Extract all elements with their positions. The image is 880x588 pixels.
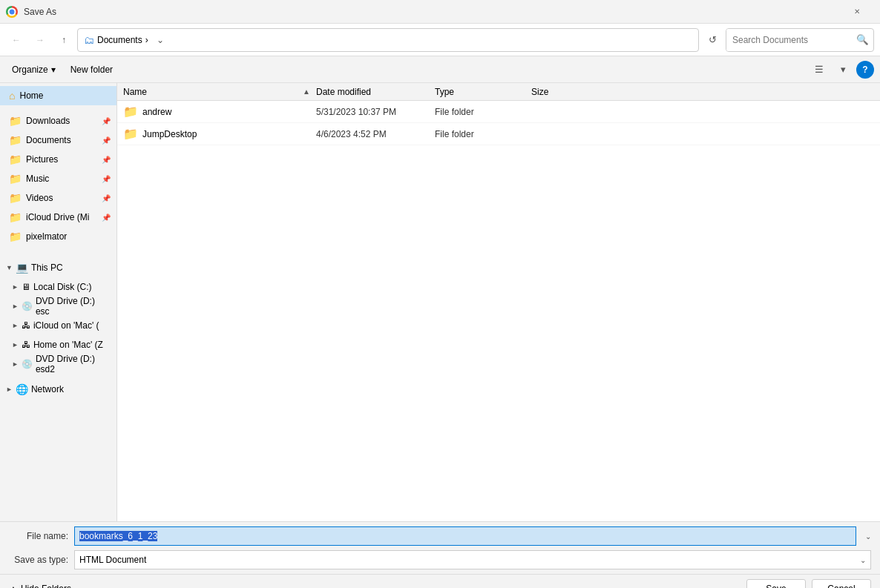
addressbar: ← → ↑ 🗂 Documents › ⌄ ↺ 🔍 bbox=[0, 24, 880, 56]
saveastype-label: Save as type: bbox=[9, 555, 68, 565]
table-row[interactable]: 📁 andrew 5/31/2023 10:37 PM File folder bbox=[117, 101, 880, 123]
hide-folders-button[interactable]: ▲ Hide Folders bbox=[9, 584, 71, 588]
dvd2-expand-icon: ► bbox=[12, 360, 19, 368]
sidebar-icloud-mac[interactable]: ► 🖧 iCloud on 'Mac' ( bbox=[6, 316, 116, 335]
search-box: 🔍 bbox=[726, 28, 874, 52]
sidebar-item-icloud[interactable]: 📁 iCloud Drive (Mi 📌 bbox=[0, 208, 116, 227]
save-button[interactable]: Save bbox=[746, 579, 806, 588]
new-folder-button[interactable]: New folder bbox=[65, 62, 119, 78]
sort-arrow-icon: ▲ bbox=[303, 87, 310, 96]
sidebar-divider-4 bbox=[0, 374, 116, 380]
thispc-icon: 💻 bbox=[16, 262, 28, 274]
sidebar-icloud-label: iCloud Drive (Mi bbox=[26, 212, 89, 222]
pin-icon-6: 📌 bbox=[102, 214, 111, 222]
up-button[interactable]: ↑ bbox=[53, 30, 74, 50]
sidebar-item-music[interactable]: 📁 Music 📌 bbox=[0, 169, 116, 188]
col-size-header[interactable]: Size bbox=[531, 87, 605, 97]
filename-row: File name: ⌄ bbox=[9, 526, 871, 546]
help-button[interactable]: ? bbox=[856, 61, 874, 79]
table-row[interactable]: 📁 JumpDesktop 4/6/2023 4:52 PM File fold… bbox=[117, 123, 880, 145]
dvd2-icon: 💿 bbox=[22, 359, 33, 369]
col-name-header[interactable]: Name ▲ bbox=[123, 87, 316, 97]
pin-icon: 📌 bbox=[102, 117, 111, 125]
col-date-header[interactable]: Date modified bbox=[316, 87, 435, 97]
col-date-label: Date modified bbox=[316, 87, 371, 97]
sidebar-documents-label: Documents bbox=[26, 135, 71, 145]
pin-icon-4: 📌 bbox=[102, 175, 111, 183]
toolbar: Organize ▾ New folder ☰ ▾ ? bbox=[0, 56, 880, 83]
filename-input[interactable] bbox=[74, 526, 856, 546]
view-dropdown-button[interactable]: ▾ bbox=[833, 59, 853, 80]
forward-button[interactable]: → bbox=[30, 30, 50, 50]
col-type-header[interactable]: Type bbox=[435, 87, 531, 97]
sidebar-network[interactable]: ► 🌐 Network bbox=[0, 380, 116, 399]
sidebar-pictures-label: Pictures bbox=[26, 154, 58, 165]
icloud-mac-icon: 🖧 bbox=[22, 320, 30, 331]
cancel-label: Cancel bbox=[827, 584, 855, 588]
sidebar-divider-2 bbox=[0, 246, 116, 252]
action-bar: ▲ Hide Folders Save Cancel bbox=[0, 574, 880, 588]
sidebar-item-pictures[interactable]: 📁 Pictures 📌 bbox=[0, 150, 116, 169]
close-button[interactable]: ✕ bbox=[840, 0, 874, 24]
cancel-button[interactable]: Cancel bbox=[812, 579, 871, 588]
window-title: Save As bbox=[24, 7, 56, 17]
pixelmator-folder-icon: 📁 bbox=[9, 231, 22, 242]
file-rows-container: 📁 andrew 5/31/2023 10:37 PM File folder … bbox=[117, 101, 880, 145]
sidebar-item-videos[interactable]: 📁 Videos 📌 bbox=[0, 188, 116, 208]
filename-label: File name: bbox=[9, 531, 68, 541]
home-mac-icon: 🖧 bbox=[22, 340, 30, 350]
sidebar-item-downloads[interactable]: 📁 Downloads 📌 bbox=[0, 111, 116, 131]
save-cancel-group: Save Cancel bbox=[746, 579, 871, 588]
hide-folders-chevron-icon: ▲ bbox=[9, 584, 18, 588]
organize-button[interactable]: Organize ▾ bbox=[6, 62, 62, 78]
sidebar-item-documents[interactable]: 📁 Documents 📌 bbox=[0, 131, 116, 150]
search-button[interactable]: 🔍 bbox=[851, 29, 873, 51]
file-list-header: Name ▲ Date modified Type Size bbox=[117, 83, 880, 101]
documents-folder-icon: 📁 bbox=[9, 134, 22, 146]
sidebar-localdisk-label: Local Disk (C:) bbox=[33, 282, 92, 292]
sidebar-thispc-label: This PC bbox=[31, 262, 63, 273]
localdisk-expand-icon: ► bbox=[12, 283, 19, 291]
saveastype-select[interactable]: HTML Document ⌄ bbox=[74, 550, 871, 569]
bottom-bar: File name: ⌄ Save as type: HTML Document… bbox=[0, 521, 880, 574]
sidebar-local-disk[interactable]: ► 🖥 Local Disk (C:) bbox=[6, 277, 116, 297]
back-button[interactable]: ← bbox=[6, 30, 27, 50]
sidebar-dvd2-label: DVD Drive (D:) esd2 bbox=[36, 354, 111, 374]
file-name: JumpDesktop bbox=[142, 129, 306, 139]
address-dropdown-button[interactable]: ⌄ bbox=[151, 28, 169, 52]
file-name: andrew bbox=[142, 107, 306, 117]
sidebar-home-mac[interactable]: ► 🖧 Home on 'Mac' (Z bbox=[6, 335, 116, 354]
sidebar-home-label: Home bbox=[19, 90, 43, 101]
view-toggle-button[interactable]: ☰ bbox=[809, 59, 830, 80]
hide-folders-label: Hide Folders bbox=[21, 584, 71, 588]
sidebar-dvd-d[interactable]: ► 💿 DVD Drive (D:) esc bbox=[6, 297, 116, 316]
file-date: 5/31/2023 10:37 PM bbox=[316, 107, 435, 117]
sidebar-videos-label: Videos bbox=[26, 193, 53, 203]
sidebar-item-home[interactable]: ⌂ Home bbox=[0, 86, 116, 105]
sidebar-dvd-d2[interactable]: ► 💿 DVD Drive (D:) esd2 bbox=[6, 354, 116, 374]
sidebar-pixelmator-label: pixelmator bbox=[26, 231, 67, 242]
home-icon: ⌂ bbox=[9, 90, 15, 102]
saveastype-chevron-icon: ⌄ bbox=[860, 556, 866, 564]
address-path[interactable]: 🗂 Documents › ⌄ bbox=[77, 28, 699, 52]
sidebar-homemac-label: Home on 'Mac' (Z bbox=[33, 340, 103, 350]
organize-chevron-icon: ▾ bbox=[51, 65, 56, 75]
sidebar: ⌂ Home 📁 Downloads 📌 📁 Documents 📌 📁 Pic… bbox=[0, 83, 117, 521]
refresh-button[interactable]: ↺ bbox=[702, 30, 723, 50]
filename-dropdown-arrow[interactable]: ⌄ bbox=[865, 532, 871, 541]
col-type-label: Type bbox=[435, 87, 454, 97]
sidebar-downloads-label: Downloads bbox=[26, 116, 70, 126]
sidebar-divider-1 bbox=[0, 105, 116, 111]
sidebar-dvd-label: DVD Drive (D:) esc bbox=[36, 296, 111, 317]
sidebar-this-pc[interactable]: ▼ 💻 This PC bbox=[0, 258, 116, 277]
sidebar-item-pixelmator[interactable]: 📁 pixelmator bbox=[0, 227, 116, 246]
path-folder-icon: 🗂 bbox=[84, 34, 94, 46]
music-folder-icon: 📁 bbox=[9, 173, 22, 185]
path-separator: › bbox=[145, 35, 148, 45]
file-type: File folder bbox=[435, 129, 531, 139]
pictures-folder-icon: 📁 bbox=[9, 153, 22, 165]
home-mac-expand-icon: ► bbox=[12, 341, 19, 348]
search-input[interactable] bbox=[726, 29, 851, 51]
col-name-label: Name bbox=[123, 87, 147, 97]
file-list-container: Name ▲ Date modified Type Size 📁 andrew … bbox=[117, 83, 880, 521]
